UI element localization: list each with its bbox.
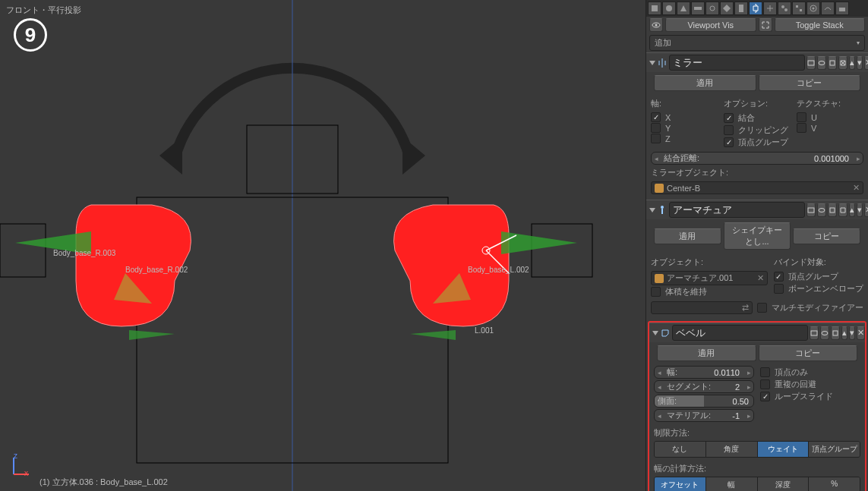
toggle-stack-button[interactable]: Toggle Stack <box>775 18 866 32</box>
tab-icon[interactable] <box>662 2 676 15</box>
mirror-object-field[interactable]: Center-B✕ <box>651 181 863 194</box>
bind-label: バインド対象: <box>774 254 863 270</box>
width-field[interactable]: ◂幅:0.0110▸ <box>654 366 754 379</box>
apply-button[interactable]: 適用 <box>657 345 756 361</box>
display-toggle-icon[interactable] <box>817 56 826 70</box>
tab-icon[interactable] <box>792 2 806 15</box>
wm-width-button[interactable]: 幅 <box>706 477 758 491</box>
copy-button[interactable]: コピー <box>759 345 858 361</box>
svg-rect-5 <box>0 224 46 277</box>
y-checkbox[interactable] <box>651 123 661 133</box>
mirror-icon <box>657 57 668 69</box>
svg-rect-37 <box>808 208 814 212</box>
tab-icon[interactable] <box>648 2 661 15</box>
expand-icon[interactable] <box>759 18 772 32</box>
add-modifier-dropdown[interactable]: 追加▾ <box>649 35 865 51</box>
tab-icon[interactable] <box>835 2 849 15</box>
merge-checkbox[interactable] <box>724 113 734 123</box>
svg-rect-34 <box>830 61 835 65</box>
shapekey-button[interactable]: シェイプキーとし... <box>724 222 791 250</box>
vertex-group-field[interactable]: ⇄ <box>651 301 753 314</box>
modifier-name-input[interactable] <box>669 202 805 218</box>
loop-slide-checkbox[interactable] <box>760 392 770 401</box>
eye-icon[interactable] <box>649 18 663 32</box>
tab-icon[interactable] <box>734 2 748 15</box>
vgroup-checkbox[interactable] <box>774 272 784 282</box>
move-up-icon[interactable]: ▴ <box>849 203 855 217</box>
only-vertices-checkbox[interactable] <box>760 367 770 377</box>
profile-field[interactable]: 側面:0.50 <box>654 395 754 408</box>
render-toggle-icon[interactable] <box>810 326 819 340</box>
svg-point-33 <box>819 61 825 65</box>
apply-button[interactable]: 適用 <box>654 228 721 244</box>
tab-icon[interactable] <box>677 2 690 15</box>
render-toggle-icon[interactable] <box>806 203 816 217</box>
display-toggle-icon[interactable] <box>817 203 826 217</box>
material-field[interactable]: ◂マテリアル:-1▸ <box>654 409 754 422</box>
bone-label: Body_base_R.002 <box>125 266 188 274</box>
svg-rect-32 <box>808 61 814 65</box>
segments-field[interactable]: ◂セグメント:2▸ <box>654 380 754 393</box>
move-down-icon[interactable]: ▾ <box>857 203 863 217</box>
edit-toggle-icon[interactable] <box>828 203 837 217</box>
vgroup-checkbox[interactable] <box>724 137 734 147</box>
tab-icon[interactable] <box>720 2 734 15</box>
tab-icon[interactable] <box>821 2 835 15</box>
move-up-icon[interactable]: ▴ <box>849 56 855 70</box>
clipping-checkbox[interactable] <box>724 125 734 135</box>
cage-toggle-icon[interactable] <box>838 56 847 70</box>
edit-toggle-icon[interactable] <box>828 56 837 70</box>
viewport-vis-button[interactable]: Viewport Vis <box>665 18 756 32</box>
z-checkbox[interactable] <box>651 134 661 143</box>
collapse-icon[interactable] <box>649 208 655 212</box>
bone-envelope-checkbox[interactable] <box>774 284 784 294</box>
tab-icon[interactable] <box>806 2 820 15</box>
bevel-highlight: ▴ ▾ ✕ 適用コピー ◂幅:0.0110▸ ◂セグメント:2▸ 側面:0.50… <box>648 321 866 491</box>
edit-toggle-icon[interactable] <box>831 326 840 340</box>
svg-marker-1 <box>402 137 425 175</box>
wm-offset-button[interactable]: オフセット <box>655 477 706 491</box>
tab-icon[interactable] <box>778 2 791 15</box>
collapse-icon[interactable] <box>652 331 658 335</box>
copy-button[interactable]: コピー <box>793 228 860 244</box>
collapse-icon[interactable] <box>649 61 655 65</box>
v-checkbox[interactable] <box>797 123 806 133</box>
move-down-icon[interactable]: ▾ <box>849 326 855 340</box>
limit-none-button[interactable]: なし <box>655 442 706 457</box>
multi-modifier-checkbox[interactable] <box>757 303 767 313</box>
u-checkbox[interactable] <box>797 112 806 122</box>
render-toggle-icon[interactable] <box>806 56 816 70</box>
svg-rect-22 <box>739 5 743 12</box>
move-down-icon[interactable]: ▾ <box>857 56 863 70</box>
armature-object-field[interactable]: アーマチュア.001✕ <box>651 271 768 285</box>
preserve-volume-checkbox[interactable] <box>651 287 661 297</box>
move-up-icon[interactable]: ▴ <box>841 326 847 340</box>
tab-icon[interactable] <box>705 2 719 15</box>
properties-panel: Viewport Vis Toggle Stack 追加▾ ▴ ▾ ✕ 適用コピ… <box>645 0 868 491</box>
clamp-overlap-checkbox[interactable] <box>760 379 770 389</box>
limit-weight-button[interactable]: ウェイト <box>758 442 810 457</box>
display-toggle-icon[interactable] <box>820 326 829 340</box>
wm-depth-button[interactable]: 深度 <box>758 477 810 491</box>
close-icon[interactable]: ✕ <box>864 56 868 70</box>
modifier-name-input[interactable] <box>669 55 805 71</box>
x-checkbox[interactable] <box>651 112 661 122</box>
modifier-name-input[interactable] <box>672 325 808 341</box>
tab-icon[interactable] <box>691 2 705 15</box>
armature-icon <box>657 204 668 216</box>
tab-icon[interactable] <box>763 2 777 15</box>
viewport-3d[interactable]: フロント・平行投影 9 Body_base_R.003 Body_base_R.… <box>0 0 645 491</box>
close-icon[interactable]: ✕ <box>864 203 868 217</box>
copy-button[interactable]: コピー <box>759 75 861 91</box>
limit-vgroup-button[interactable]: 頂点グループ <box>809 442 860 457</box>
merge-distance-field[interactable]: ◂結合距離:0.001000▸ <box>651 152 863 165</box>
width-method-label: 幅の計算方法: <box>654 461 860 477</box>
cage-toggle-icon[interactable] <box>838 203 847 217</box>
tab-icon[interactable] <box>749 2 762 15</box>
apply-button[interactable]: 適用 <box>654 75 756 91</box>
limit-angle-button[interactable]: 角度 <box>706 442 758 457</box>
close-icon[interactable]: ✕ <box>857 326 865 340</box>
wm-percent-button[interactable]: % <box>809 477 860 491</box>
limit-method-label: 制限方法: <box>654 425 860 441</box>
svg-point-28 <box>813 8 815 10</box>
